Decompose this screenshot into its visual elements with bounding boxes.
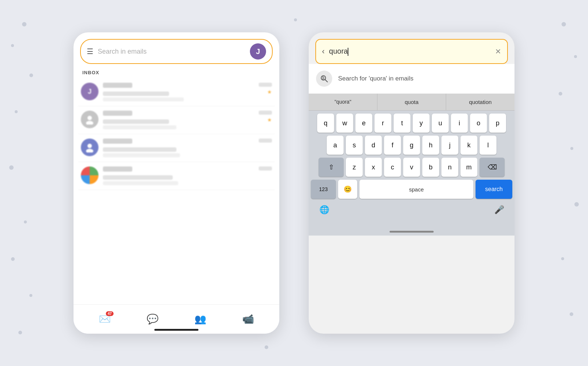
email-time-2 [259,111,272,115]
avatar-1: J [81,83,98,100]
key-mic[interactable]: 🎤 [489,200,509,219]
key-row-5: 🌐 🎤 [311,199,512,219]
autocomplete-row: "quora" quota quotation [309,94,514,111]
email-subject-3 [103,147,176,152]
key-h[interactable]: h [422,136,439,155]
email-sender-4 [103,166,132,172]
nav-mail[interactable]: ✉️ 47 [99,313,111,325]
key-f[interactable]: f [384,136,401,155]
inbox-label: INBOX [82,70,270,75]
email-content-2 [103,111,254,129]
key-m[interactable]: m [460,158,477,177]
avatar-2 [81,111,98,128]
key-j[interactable]: j [441,136,458,155]
svg-point-3 [86,149,93,152]
search-bar-left[interactable]: ☰ Search in emails J [80,39,273,64]
key-g[interactable]: g [403,136,420,155]
nav-chat[interactable]: 💬 [147,313,158,325]
key-a[interactable]: a [327,136,344,155]
home-indicator-right [309,224,514,236]
key-shift[interactable]: ⇧ [319,158,344,177]
key-c[interactable]: c [384,158,401,177]
search-query: quora [329,47,491,56]
email-content-1 [103,83,254,101]
email-item-1[interactable]: J ★ [78,78,275,106]
key-row-4: 123 😊 space search [311,180,512,199]
key-y[interactable]: y [413,114,430,133]
key-backspace[interactable]: ⌫ [480,158,505,177]
groups-icon: 👥 [194,313,206,325]
clear-icon[interactable]: ✕ [495,47,501,56]
email-sender-2 [103,111,132,116]
search-placeholder: Search in emails [98,48,245,55]
key-k[interactable]: k [460,136,477,155]
svg-point-0 [87,116,92,120]
right-phone: ‹ quora ✕ Search for 'quora' in emai [309,32,514,334]
key-row-2: a s d f g h j k l [311,136,512,155]
hamburger-icon[interactable]: ☰ [87,47,93,56]
email-subject-1 [103,92,169,96]
key-i[interactable]: i [451,114,468,133]
mail-badge: 47 [106,311,114,316]
search-bar-right[interactable]: ‹ quora ✕ [315,39,508,64]
mic-icon: 🎤 [494,205,504,215]
search-suggestion-area: Search for 'quora' in emails [309,64,514,94]
svg-point-1 [86,121,93,125]
email-preview-3 [103,153,180,157]
key-row-1: q w e r t y u i o p [311,114,512,133]
key-v[interactable]: v [403,158,420,177]
nav-video[interactable]: 📹 [242,313,254,325]
key-p[interactable]: p [489,114,506,133]
email-preview-4 [103,181,178,185]
autocomplete-item-2[interactable]: quotation [446,94,514,110]
text-cursor [348,48,348,56]
key-emoji[interactable]: 😊 [338,180,357,199]
key-u[interactable]: u [432,114,449,133]
email-list: J ★ [74,78,279,190]
avatar-4 [81,166,98,184]
key-w[interactable]: w [336,114,353,133]
key-z[interactable]: z [346,158,363,177]
avatar-3 [81,139,98,156]
svg-line-5 [325,80,328,82]
nav-groups[interactable]: 👥 [194,313,206,325]
key-search[interactable]: search [476,180,512,199]
key-globe[interactable]: 🌐 [314,200,334,219]
email-time-4 [259,166,272,171]
suggestion-item[interactable]: Search for 'quora' in emails [309,64,514,94]
key-r[interactable]: r [374,114,391,133]
key-s[interactable]: s [346,136,363,155]
key-q[interactable]: q [317,114,334,133]
autocomplete-item-1[interactable]: quota [377,94,446,110]
key-d[interactable]: d [365,136,382,155]
key-n[interactable]: n [441,158,458,177]
email-item-2[interactable]: ★ [78,106,275,134]
email-item-3[interactable] [78,134,275,162]
key-123[interactable]: 123 [311,180,336,199]
home-bar-right [390,231,434,233]
email-subject-4 [103,175,173,180]
autocomplete-item-0[interactable]: "quora" [309,94,377,110]
svg-point-2 [87,144,92,148]
email-item-4[interactable] [78,162,275,190]
email-sender-1 [103,83,132,88]
key-o[interactable]: o [470,114,487,133]
key-e[interactable]: e [355,114,372,133]
key-x[interactable]: x [365,158,382,177]
home-indicator-left [154,329,198,331]
key-b[interactable]: b [422,158,439,177]
email-preview-2 [103,125,176,129]
user-avatar[interactable]: J [250,43,266,60]
star-icon-1: ★ [267,89,272,95]
key-t[interactable]: t [394,114,410,133]
email-time-3 [259,139,272,143]
suggestion-text: Search for 'quora' in emails [338,75,413,82]
key-space[interactable]: space [359,180,473,199]
search-suggestion-icon [316,71,332,87]
back-icon[interactable]: ‹ [322,47,325,56]
email-sender-3 [103,139,132,144]
email-content-3 [103,139,254,157]
email-subject-2 [103,119,169,124]
screens-wrapper: ☰ Search in emails J INBOX J ★ [74,32,514,334]
key-l[interactable]: l [480,136,496,155]
